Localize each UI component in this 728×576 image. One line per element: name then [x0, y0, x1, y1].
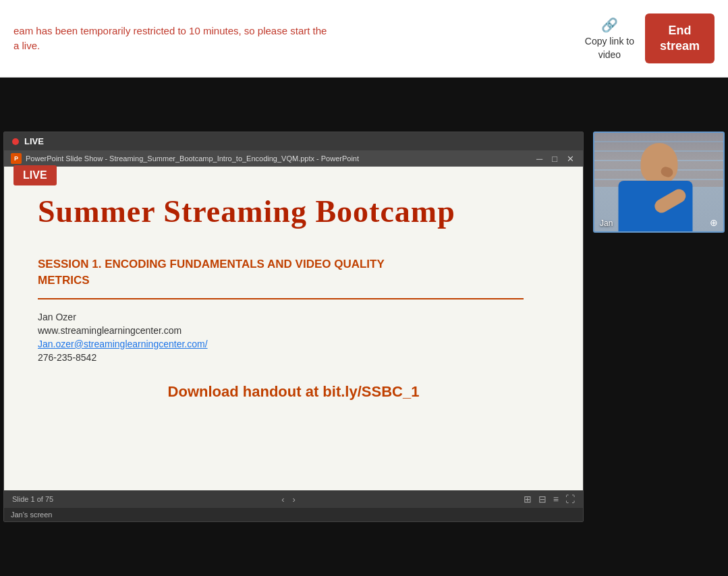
camera-feed: Jan ⊕: [593, 132, 725, 233]
ppt-titlebar-right: ─ □ ✕: [534, 154, 576, 164]
camera-background: [594, 133, 723, 231]
fullscreen-icon[interactable]: ⛶: [565, 494, 575, 505]
minimize-button[interactable]: ─: [534, 154, 544, 164]
ppt-titlebar-left: P PowerPoint Slide Show - Streaming_Summ…: [11, 153, 359, 164]
slide-presenter: Jan Ozer: [38, 312, 549, 322]
slide-page-info: Slide 1 of 75: [12, 495, 53, 503]
prev-slide-button[interactable]: ‹: [279, 494, 286, 505]
slide-view-icon[interactable]: ⊟: [538, 494, 547, 505]
top-bar-actions: 🔗 Copy link to video End stream: [585, 13, 715, 64]
warning-text-line1: eam has been temporarily restricted to 1…: [13, 25, 327, 36]
close-button[interactable]: ✕: [565, 154, 576, 164]
slide-footer-icons: ⊞ ⊟ ≡ ⛶: [524, 494, 575, 505]
screen-share-panel: LIVE P PowerPoint Slide Show - Streaming…: [3, 132, 584, 522]
person-hand-face: [659, 165, 674, 178]
slide-download-text: Download handout at bit.ly/SSBC_1: [38, 383, 549, 401]
restore-button[interactable]: □: [550, 154, 559, 164]
copy-link-line2: video: [598, 49, 621, 60]
slide-content: Summer Streaming Bootcamp SESSION 1. ENC…: [4, 167, 583, 490]
slide-session-title: SESSION 1. ENCODING FUNDAMENTALS AND VID…: [38, 256, 549, 289]
warning-message: eam has been temporarily restricted to 1…: [13, 24, 472, 54]
powerpoint-icon: P: [11, 153, 22, 164]
top-bar: eam has been temporarily restricted to 1…: [0, 0, 728, 78]
end-stream-line2: stream: [660, 39, 700, 53]
slide-footer: Slide 1 of 75 ‹ › ⊞ ⊟ ≡ ⛶: [4, 490, 583, 508]
slide-main-title: Summer Streaming Bootcamp: [38, 194, 549, 229]
notes-icon[interactable]: ≡: [553, 494, 559, 505]
warning-text-line2: a live.: [13, 40, 40, 51]
ppt-titlebar: P PowerPoint Slide Show - Streaming_Summ…: [4, 150, 583, 167]
end-stream-line1: End: [668, 24, 691, 37]
camera-panel: Jan ⊕: [593, 132, 725, 233]
slide-email: Jan.ozer@streaminglearningcenter.com/: [38, 339, 549, 349]
slide-website: www.streaminglearningcenter.com: [38, 325, 549, 336]
next-slide-button[interactable]: ›: [290, 494, 297, 505]
slide-footer-nav: ‹ ›: [279, 494, 298, 505]
person-head: [640, 143, 677, 183]
live-dot: [12, 138, 19, 145]
screen-label: Jan's screen: [4, 508, 583, 521]
live-indicator-bar: LIVE: [4, 132, 583, 150]
copy-link-line1: Copy link to: [585, 36, 634, 47]
camera-participant-label: Jan: [600, 219, 613, 228]
copy-link-button[interactable]: 🔗 Copy link to video: [585, 17, 634, 60]
end-stream-button[interactable]: End stream: [645, 13, 715, 64]
live-badge-top: LIVE: [13, 165, 57, 185]
grid-view-icon[interactable]: ⊞: [524, 494, 532, 505]
camera-expand-icon[interactable]: ⊕: [710, 217, 718, 228]
live-label: LIVE: [24, 136, 44, 146]
link-icon: 🔗: [601, 17, 618, 33]
slide-phone: 276-235-8542: [38, 352, 549, 363]
main-content: LIVE LIVE P PowerPoint Slide Show - Stre…: [0, 78, 728, 576]
ppt-title-text: PowerPoint Slide Show - Streaming_Summer…: [26, 154, 359, 163]
screen-share-wrapper: LIVE P PowerPoint Slide Show - Streaming…: [3, 132, 725, 522]
slide-divider: [38, 298, 524, 299]
